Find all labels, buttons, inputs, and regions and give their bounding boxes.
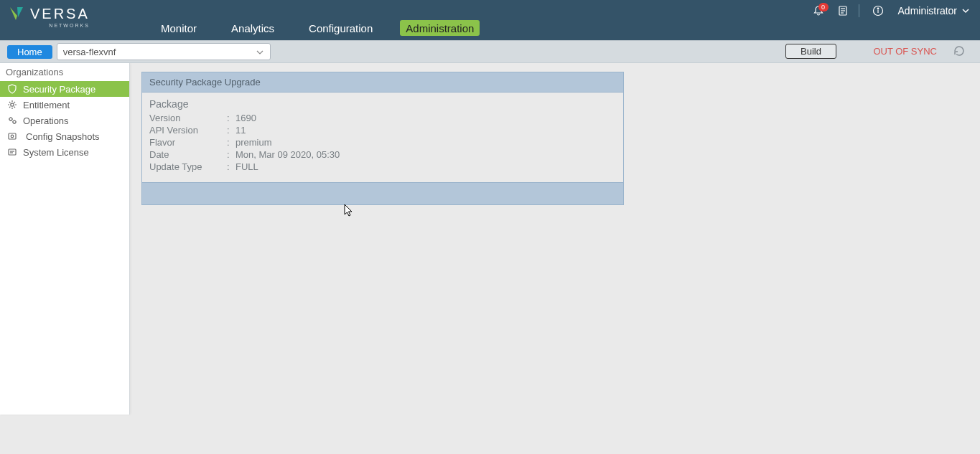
top-bar: VERSA NETWORKS Monitor Analytics Configu…: [0, 0, 980, 40]
user-menu[interactable]: Administrator: [898, 5, 970, 16]
kv-row-version: Version : 1690: [149, 113, 616, 123]
info-icon[interactable]: [872, 5, 884, 16]
kv-value: 11: [235, 125, 246, 136]
panel-body: Package Version : 1690 API Version : 11 …: [142, 93, 623, 182]
sidebar-item-label: Config Snapshots: [26, 131, 100, 142]
chevron-down-icon: [256, 48, 264, 57]
device-selected-value: versa-flexvnf: [63, 47, 116, 57]
refresh-icon[interactable]: [953, 44, 966, 60]
panel-section: Package: [149, 98, 616, 110]
build-button[interactable]: Build: [785, 44, 836, 59]
gear-icon: [6, 100, 19, 110]
kv-row-update-type: Update Type : FULL: [149, 161, 616, 172]
license-icon: [6, 147, 19, 157]
kv-value: FULL: [235, 161, 258, 172]
sidebar-item-entitlement[interactable]: Entitlement: [0, 97, 129, 113]
svg-point-11: [11, 135, 14, 138]
kv-value: premium: [235, 137, 272, 148]
kv-row-flavor: Flavor : premium: [149, 137, 616, 148]
sidebar-item-label: System License: [23, 147, 89, 158]
clipboard-icon[interactable]: [837, 5, 849, 16]
svg-point-7: [11, 103, 14, 106]
sidebar-item-label: Entitlement: [23, 100, 70, 110]
sidebar-item-system-license[interactable]: System License: [0, 144, 129, 160]
sidebar: Organizations Security Package Entitleme…: [0, 63, 130, 415]
panel-footer: [142, 182, 623, 204]
sidebar-item-operations[interactable]: Operations: [0, 113, 129, 128]
kv-value: Mon, Mar 09 2020, 05:30: [235, 149, 340, 160]
tab-monitor[interactable]: Monitor: [158, 20, 200, 36]
notifications-icon[interactable]: 0: [813, 5, 824, 16]
kv-row-api-version: API Version : 11: [149, 125, 616, 136]
sidebar-item-security-package[interactable]: Security Package: [0, 81, 129, 97]
snapshot-icon: [6, 131, 19, 141]
tab-administration[interactable]: Administration: [400, 20, 480, 36]
kv-key: Update Type: [149, 161, 227, 172]
chevron-down-icon: [961, 6, 970, 15]
top-right-controls: 0 Administrator: [800, 4, 970, 17]
sidebar-title: Organizations: [0, 63, 129, 81]
svg-rect-10: [9, 133, 16, 139]
kv-key: Version: [149, 113, 227, 123]
brand-logo: VERSA NETWORKS: [7, 4, 90, 23]
separator: [859, 4, 859, 17]
kv-value: 1690: [235, 113, 256, 123]
kv-key: Flavor: [149, 137, 227, 148]
svg-point-9: [13, 120, 16, 123]
kv-key: Date: [149, 149, 227, 160]
sidebar-item-config-snapshots[interactable]: Config Snapshots: [0, 128, 129, 144]
security-package-panel: Security Package Upgrade Package Version…: [141, 72, 624, 205]
panel-title: Security Package Upgrade: [142, 72, 623, 93]
svg-point-8: [9, 118, 12, 120]
main-tabs: Monitor Analytics Configuration Administ…: [144, 17, 490, 40]
brand-name: VERSA NETWORKS: [30, 6, 90, 22]
main-content: Security Package Upgrade Package Version…: [130, 63, 980, 454]
notif-badge: 0: [818, 3, 829, 11]
svg-rect-12: [9, 149, 16, 155]
sync-status: OUT OF SYNC: [873, 46, 937, 57]
sidebar-item-label: Operations: [23, 115, 69, 126]
secondary-bar: Home versa-flexvnf Build OUT OF SYNC: [0, 40, 980, 63]
svg-point-5: [877, 8, 879, 9]
sidebar-item-label: Security Package: [23, 84, 95, 95]
tab-configuration[interactable]: Configuration: [306, 20, 375, 36]
shield-icon: [6, 84, 19, 94]
logo-icon: [7, 4, 26, 23]
body: Organizations Security Package Entitleme…: [0, 63, 980, 454]
gears-icon: [6, 115, 19, 126]
tab-analytics[interactable]: Analytics: [228, 20, 277, 36]
kv-key: API Version: [149, 125, 227, 136]
user-label: Administrator: [898, 5, 957, 16]
kv-row-date: Date : Mon, Mar 09 2020, 05:30: [149, 149, 616, 160]
brand-subtitle: NETWORKS: [49, 23, 89, 28]
device-select[interactable]: versa-flexvnf: [57, 43, 271, 60]
home-button[interactable]: Home: [7, 45, 52, 59]
